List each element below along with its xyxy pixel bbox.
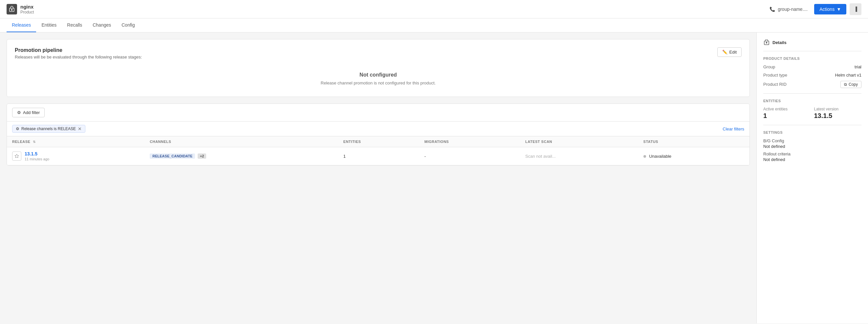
pipeline-subtitle: Releases will be be evaluated through th… — [15, 55, 142, 59]
sidebar-product-rid-row: Product RID ⧉ Copy — [763, 81, 862, 88]
sidebar-divider-3 — [763, 125, 862, 125]
col-channels: CHANNELS — [145, 136, 338, 147]
entities-cell: 1 — [338, 147, 419, 165]
group-name: group-name.... — [778, 6, 808, 12]
status-dot-icon — [644, 155, 646, 158]
sidebar-group-row: Group trial — [763, 64, 862, 69]
group-key: Group — [763, 64, 775, 69]
copy-label: Copy — [849, 82, 858, 87]
rollout-criteria-value: Not defined — [763, 157, 862, 162]
copy-icon: ⧉ — [844, 82, 847, 87]
filter-icon: ⚙ — [17, 110, 21, 115]
header: nginx Product 📞 group-name.... Actions ▼… — [0, 0, 868, 19]
actions-label: Actions — [819, 6, 835, 12]
col-release: RELEASE ⇅ — [7, 136, 145, 147]
releases-table: RELEASE ⇅ CHANNELS ENTITIES MIGRATIONS L… — [7, 136, 749, 165]
table-row: 13.1.5 11 minutes ago RELEASE_CANDIDATE … — [7, 147, 749, 165]
filter-section: ⚙ Add filter ⚙ Release channels is RELEA… — [6, 104, 750, 166]
add-filter-button[interactable]: ⚙ Add filter — [12, 108, 45, 117]
sidebar-title: Details — [763, 39, 862, 46]
filter-bar: ⚙ Add filter — [7, 104, 749, 122]
product-icon — [6, 4, 17, 14]
product-details-label: PRODUCT DETAILS — [763, 57, 862, 60]
filter-chip-text: Release channels is RELEASE — [21, 126, 76, 131]
product-name: nginx — [20, 4, 34, 10]
latest-version-value: 13.1.5 — [814, 112, 862, 120]
filter-chip-icon: ⚙ — [16, 126, 19, 131]
sort-icon[interactable]: ⇅ — [33, 140, 36, 144]
pipeline-title: Promotion pipeline — [15, 47, 142, 53]
bg-config-key: B/G Config — [763, 138, 862, 143]
table-body: 13.1.5 11 minutes ago RELEASE_CANDIDATE … — [7, 147, 749, 165]
add-filter-label: Add filter — [23, 110, 40, 115]
release-time: 11 minutes ago — [25, 157, 49, 161]
group-selector[interactable]: 📞 group-name.... — [770, 6, 808, 12]
tab-entities[interactable]: Entities — [36, 19, 62, 32]
tab-changes[interactable]: Changes — [87, 19, 116, 32]
edit-button[interactable]: ✏️ Edit — [717, 47, 742, 57]
sidebar-icon: ▐ — [854, 6, 857, 11]
col-migrations: MIGRATIONS — [419, 136, 520, 147]
filter-chip-remove-button[interactable]: ✕ — [78, 126, 82, 131]
sidebar-toggle-button[interactable]: ▐ — [849, 3, 862, 15]
latest-version-label: Latest version — [814, 107, 862, 111]
settings-label: SETTINGS — [763, 130, 862, 135]
product-type-value: Helm chart v1 — [835, 72, 862, 78]
col-status: STATUS — [638, 136, 749, 147]
not-configured-section: Not configured Release channel promotion… — [15, 62, 742, 89]
channels-cell: RELEASE_CANDIDATE +2 — [145, 147, 338, 165]
sidebar-box-icon — [763, 39, 770, 46]
clear-filters-button[interactable]: Clear filters — [722, 126, 744, 131]
bg-config-row: B/G Config Not defined — [763, 138, 862, 149]
latest-scan-cell: Scan not avail... — [520, 147, 638, 165]
table-header: RELEASE ⇅ CHANNELS ENTITIES MIGRATIONS L… — [7, 136, 749, 147]
active-entities-block: Active entities 1 — [763, 107, 811, 120]
chevron-down-icon: ▼ — [836, 6, 841, 12]
sidebar-divider-1 — [763, 51, 862, 51]
entities-label: ENTITIES — [763, 99, 862, 103]
channel-badge[interactable]: RELEASE_CANDIDATE — [150, 153, 195, 159]
tab-releases[interactable]: Releases — [6, 19, 36, 32]
sidebar: Details PRODUCT DETAILS Group trial Prod… — [756, 32, 868, 323]
content-area: Promotion pipeline Releases will be be e… — [0, 32, 756, 323]
phone-icon: 📞 — [770, 6, 775, 12]
release-cell: 13.1.5 11 minutes ago — [7, 147, 145, 165]
svg-rect-3 — [766, 42, 767, 43]
product-type-key: Product type — [763, 72, 787, 78]
col-entities: ENTITIES — [338, 136, 419, 147]
migrations-cell: - — [419, 147, 520, 165]
edit-label: Edit — [730, 50, 737, 55]
product-rid-key: Product RID — [763, 82, 786, 87]
latest-version-block: Latest version 13.1.5 — [814, 107, 862, 120]
group-value: trial — [855, 64, 862, 69]
active-entities-label: Active entities — [763, 107, 811, 111]
active-filters-bar: ⚙ Release channels is RELEASE ✕ Clear fi… — [7, 122, 749, 136]
copy-rid-button[interactable]: ⧉ Copy — [840, 81, 862, 88]
sidebar-divider-2 — [763, 93, 862, 94]
channel-more-badge[interactable]: +2 — [198, 153, 207, 159]
tab-config[interactable]: Config — [116, 19, 140, 32]
actions-button[interactable]: Actions ▼ — [814, 4, 846, 14]
rollout-criteria-row: Rollout criteria Not defined — [763, 151, 862, 162]
bg-config-value: Not defined — [763, 144, 862, 149]
pipeline-card-header: Promotion pipeline Releases will be be e… — [15, 47, 742, 59]
nav-tabs: Releases Entities Recalls Changes Config — [0, 19, 868, 32]
product-logo: nginx Product — [6, 4, 34, 14]
status-label: Unavailable — [649, 154, 671, 159]
svg-rect-1 — [11, 9, 12, 10]
active-filter-chip: ⚙ Release channels is RELEASE ✕ — [12, 125, 85, 133]
active-entities-value: 1 — [763, 112, 811, 120]
not-configured-title: Not configured — [15, 72, 742, 78]
sidebar-product-type-row: Product type Helm chart v1 — [763, 72, 862, 78]
sidebar-title-label: Details — [772, 40, 786, 45]
product-type-label: Product — [20, 10, 34, 14]
table-header-row: RELEASE ⇅ CHANNELS ENTITIES MIGRATIONS L… — [7, 136, 749, 147]
main-layout: Promotion pipeline Releases will be be e… — [0, 32, 868, 323]
tab-recalls[interactable]: Recalls — [62, 19, 87, 32]
edit-icon: ✏️ — [722, 50, 727, 55]
entities-grid: Active entities 1 Latest version 13.1.5 — [763, 107, 862, 120]
col-latest-scan: LATEST SCAN — [520, 136, 638, 147]
release-icon — [12, 151, 21, 161]
not-configured-desc: Release channel promotion is not configu… — [15, 81, 742, 85]
release-version[interactable]: 13.1.5 — [25, 151, 49, 156]
